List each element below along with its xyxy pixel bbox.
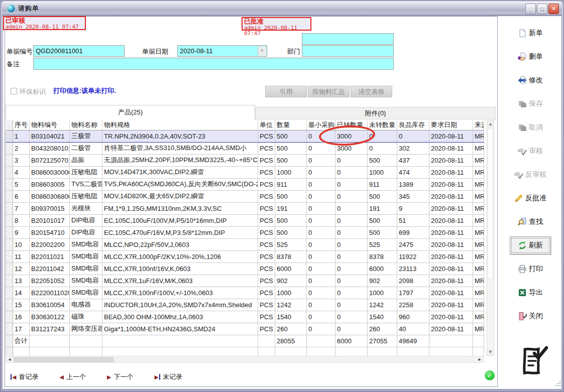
table-cell[interactable]: 500 bbox=[368, 154, 397, 166]
table-cell[interactable]: 0 bbox=[307, 202, 335, 214]
table-cell[interactable]: 6000 bbox=[368, 263, 397, 275]
table-cell[interactable]: B31217243 bbox=[30, 323, 70, 335]
table-cell[interactable]: PCS bbox=[258, 166, 275, 178]
title-bar[interactable]: 请购单 _ □ ✕ bbox=[2, 2, 562, 16]
table-cell[interactable]: 0 bbox=[307, 311, 335, 323]
table-cell[interactable]: PCS bbox=[258, 238, 275, 250]
table-cell[interactable]: 902 bbox=[275, 275, 307, 287]
table-cell[interactable]: MR bbox=[473, 214, 484, 226]
table-cell[interactable]: 0 bbox=[307, 323, 335, 335]
table-cell[interactable]: PCS bbox=[258, 263, 275, 275]
table-cell[interactable]: MR bbox=[473, 323, 484, 335]
table-row[interactable]: 17B31217243网络变压器Giga*1,1000M-ETH,HN2436G… bbox=[6, 323, 484, 335]
table-cell[interactable]: MR bbox=[473, 178, 484, 190]
table-cell[interactable]: 2020-08-11 bbox=[429, 299, 473, 311]
table-cell[interactable]: 0 bbox=[307, 190, 335, 202]
table-cell[interactable]: 压敏电阻 bbox=[70, 166, 102, 178]
table-row[interactable]: 11B22011021SMD电容MLCC,X7R,1000pF/2KV,10%-… bbox=[6, 250, 484, 263]
horizontal-scrollbar[interactable]: ◂ ▸ bbox=[6, 356, 484, 363]
table-cell[interactable]: 5 bbox=[13, 178, 30, 190]
table-row[interactable]: 6B0860306800压敏电阻MOV,14D820K,最大65V,DIP2,瞬… bbox=[6, 190, 484, 202]
nav-previous-record[interactable]: ◀上一个 bbox=[59, 372, 85, 381]
table-cell[interactable]: 光模块 bbox=[70, 202, 102, 214]
table-cell[interactable]: MLCC,NPO,22pF/50V,J,0603 bbox=[102, 238, 258, 250]
table-cell[interactable]: FM,1*9,1.25G,MM1310nm,2KM,3.3V,SC bbox=[102, 202, 258, 214]
table-cell[interactable]: TVS二极管 bbox=[70, 178, 102, 190]
table-cell[interactable]: MR bbox=[473, 238, 484, 250]
table-cell[interactable]: B22011021 bbox=[30, 250, 70, 263]
table-cell[interactable]: PCS bbox=[258, 299, 275, 311]
table-cell[interactable]: 6 bbox=[13, 190, 30, 202]
table-cell[interactable]: 0 bbox=[368, 142, 397, 154]
table-cell[interactable]: 500 bbox=[275, 154, 307, 166]
table-cell[interactable]: 9 bbox=[397, 202, 429, 214]
print-button[interactable]: 打印 bbox=[506, 263, 554, 275]
table-row[interactable]: 2B0432080101二极管肖特基二极管,3A,SS310,SMB/DO-21… bbox=[6, 142, 484, 154]
table-cell[interactable]: 2098 bbox=[397, 275, 429, 287]
table-cell[interactable]: PCS bbox=[258, 202, 275, 214]
table-cell[interactable]: 51 bbox=[397, 214, 429, 226]
table-cell[interactable]: SMD电容 bbox=[70, 263, 102, 275]
delete-doc-button[interactable]: 删单 bbox=[506, 51, 554, 63]
table-cell[interactable]: B22002200 bbox=[30, 238, 70, 250]
table-cell[interactable]: B2220011020 bbox=[30, 287, 70, 299]
maximize-button[interactable]: □ bbox=[537, 4, 547, 14]
table-cell[interactable]: MLCC,X7R,1uF/16V,M/K,0603 bbox=[102, 275, 258, 287]
table-cell[interactable]: MR bbox=[473, 250, 484, 263]
table-cell[interactable]: 压敏电阻 bbox=[70, 190, 102, 202]
column-header[interactable]: 物料规格 bbox=[102, 120, 258, 130]
table-cell[interactable]: 0 bbox=[307, 166, 335, 178]
table-cell[interactable]: 0 bbox=[307, 154, 335, 166]
table-cell[interactable]: MR bbox=[473, 190, 484, 202]
table-cell[interactable]: 8378 bbox=[275, 250, 307, 263]
table-cell[interactable]: 0 bbox=[335, 287, 368, 299]
table-cell[interactable]: 2020-08-11 bbox=[429, 154, 473, 166]
table-row[interactable]: 14B2220011020SMD电容MLCC,X7R,100nF/100V,+/… bbox=[6, 287, 484, 299]
table-cell[interactable]: 500 bbox=[368, 226, 397, 238]
export-button[interactable]: 导出 bbox=[506, 287, 554, 299]
table-cell[interactable]: EC,105C,100uF/100V,M,P5/10*16mm,DIP bbox=[102, 214, 258, 226]
table-cell[interactable]: 0 bbox=[307, 226, 335, 238]
table-cell[interactable]: 302 bbox=[397, 142, 429, 154]
table-cell[interactable]: 三极管 bbox=[70, 130, 102, 142]
table-cell[interactable]: 1000 bbox=[275, 287, 307, 299]
table-cell[interactable]: MR bbox=[473, 275, 484, 287]
table-cell[interactable]: 525 bbox=[368, 238, 397, 250]
table-cell[interactable]: SMD电容 bbox=[70, 238, 102, 250]
row-selector[interactable] bbox=[6, 263, 13, 275]
table-cell[interactable]: MR bbox=[473, 226, 484, 238]
table-cell[interactable]: 0 bbox=[307, 178, 335, 190]
table-cell[interactable]: MR bbox=[473, 311, 484, 323]
tab-products[interactable]: 产品(25) bbox=[6, 105, 255, 119]
table-cell[interactable]: MR bbox=[473, 130, 484, 142]
table-cell[interactable]: 无源晶振,25MHZ,20PF,10PPM,SMD3225,-40~+85°C bbox=[102, 154, 258, 166]
table-cell[interactable]: 0 bbox=[335, 275, 368, 287]
table-cell[interactable]: 0 bbox=[335, 154, 368, 166]
table-cell[interactable]: 500 bbox=[368, 214, 397, 226]
table-cell[interactable]: 3 bbox=[13, 154, 30, 166]
table-cell[interactable]: 10 bbox=[13, 238, 30, 250]
table-cell[interactable]: 2020-08-11 bbox=[429, 250, 473, 263]
table-row[interactable]: 9B20154710DIP电容EC,105C,470uF/16V,M,P3.5/… bbox=[6, 226, 484, 238]
table-cell[interactable]: B0860306800 bbox=[30, 190, 70, 202]
table-cell[interactable]: PCS bbox=[258, 250, 275, 263]
table-cell[interactable]: B08603005 bbox=[30, 178, 70, 190]
search-button[interactable]: 查找 bbox=[506, 216, 554, 228]
table-cell[interactable]: 960 bbox=[397, 311, 429, 323]
table-cell[interactable]: 191 bbox=[275, 202, 307, 214]
table-cell[interactable]: DIP电容 bbox=[70, 226, 102, 238]
table-cell[interactable]: 网络变压器 bbox=[70, 323, 102, 335]
table-cell[interactable]: B20154710 bbox=[30, 226, 70, 238]
table-cell[interactable]: 2020-08-11 bbox=[429, 263, 473, 275]
table-cell[interactable]: 0 bbox=[335, 263, 368, 275]
doc-date-combo[interactable]: 2020-08-11 ▼ bbox=[177, 45, 267, 57]
table-cell[interactable]: 14 bbox=[13, 287, 30, 299]
dept-field[interactable] bbox=[302, 45, 394, 57]
table-cell[interactable]: 0 bbox=[335, 323, 368, 335]
nav-first-record[interactable]: ◀首记录 bbox=[11, 372, 38, 381]
table-cell[interactable]: 260 bbox=[275, 323, 307, 335]
table-cell[interactable]: MR bbox=[473, 154, 484, 166]
table-cell[interactable]: 1 bbox=[13, 130, 30, 142]
table-cell[interactable]: 3000 bbox=[335, 130, 368, 142]
table-cell[interactable]: 晶振 bbox=[70, 154, 102, 166]
